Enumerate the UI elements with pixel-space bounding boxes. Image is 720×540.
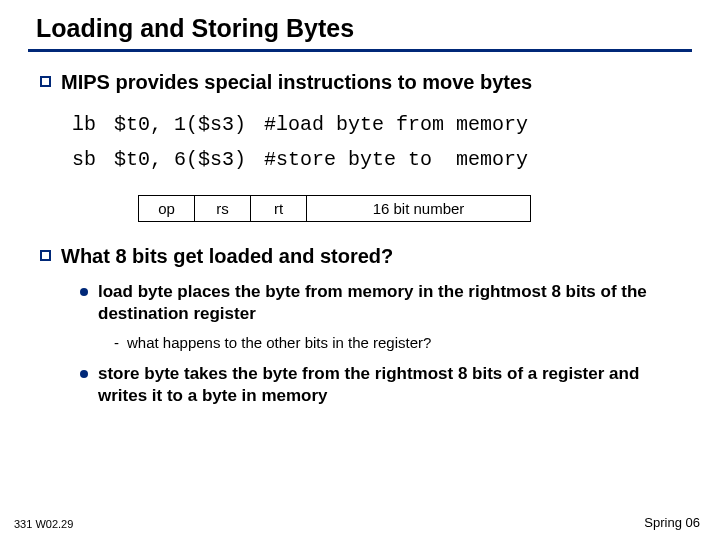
dot-bullet-icon — [80, 288, 88, 296]
code-mnemonic: sb — [72, 142, 114, 177]
fmt-field: rs — [195, 196, 251, 222]
footer-left: 331 W02.29 — [14, 518, 73, 530]
sub-bullet-text: store byte takes the byte from the right… — [98, 363, 678, 407]
bullet-item: What 8 bits get loaded and stored? — [40, 244, 692, 269]
sub-bullet-item: store byte takes the byte from the right… — [80, 363, 692, 407]
bullet-item: MIPS provides special instructions to mo… — [40, 70, 692, 95]
code-comment: #load byte from memory — [264, 107, 546, 142]
slide-title: Loading and Storing Bytes — [28, 14, 692, 49]
instruction-format-table: op rs rt 16 bit number — [138, 195, 531, 222]
square-bullet-icon — [40, 76, 51, 87]
sub-bullet-item: load byte places the byte from memory in… — [80, 281, 692, 325]
code-args: $t0, 6($s3) — [114, 142, 264, 177]
fmt-field: op — [139, 196, 195, 222]
bullet-text: What 8 bits get loaded and stored? — [61, 244, 393, 269]
square-bullet-icon — [40, 250, 51, 261]
dash-bullet-icon: - — [114, 334, 119, 351]
code-mnemonic: lb — [72, 107, 114, 142]
code-args: $t0, 1($s3) — [114, 107, 264, 142]
title-rule — [28, 49, 692, 52]
sub-bullet-text: load byte places the byte from memory in… — [98, 281, 678, 325]
bullet-text: MIPS provides special instructions to mo… — [61, 70, 532, 95]
fmt-field: rt — [251, 196, 307, 222]
dash-bullet-item: - what happens to the other bits in the … — [114, 333, 692, 353]
code-example-table: lb $t0, 1($s3) #load byte from memory sb… — [72, 107, 546, 177]
footer-right: Spring 06 — [644, 515, 700, 530]
dash-bullet-text: what happens to the other bits in the re… — [127, 333, 431, 353]
code-row: lb $t0, 1($s3) #load byte from memory — [72, 107, 546, 142]
code-row: sb $t0, 6($s3) #store byte to memory — [72, 142, 546, 177]
dot-bullet-icon — [80, 370, 88, 378]
fmt-field: 16 bit number — [307, 196, 531, 222]
code-comment: #store byte to memory — [264, 142, 546, 177]
